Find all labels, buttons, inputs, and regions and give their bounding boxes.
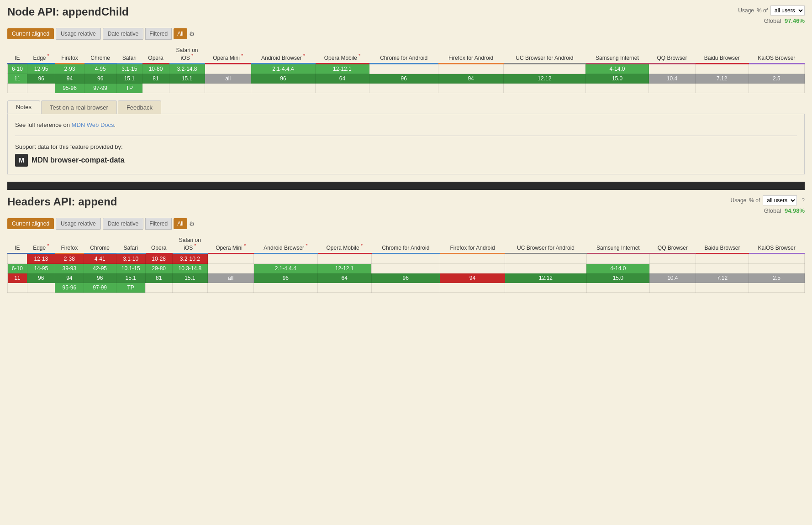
col-android-col: Android Browser * (251, 45, 315, 64)
table-row: 95-9697-99TP (8, 283, 805, 293)
compat-cell: 94 (438, 74, 504, 84)
col-firefox-col: Firefox (55, 235, 84, 254)
compat-cell: 96 (251, 74, 315, 84)
usage-label: Usage (731, 197, 747, 204)
usage-select[interactable]: all users (763, 195, 797, 205)
compat-cell: 12-12.1 (317, 264, 371, 273)
col-uc-android-col: UC Browser for Android (505, 235, 587, 254)
compat-cell (317, 254, 371, 264)
mdn-compat-text: MDN browser-compat-data (32, 156, 125, 164)
compat-cell (208, 254, 254, 264)
compat-cell: 10.4 (649, 273, 696, 283)
star-icon: * (241, 53, 243, 58)
compat-cell (205, 84, 251, 93)
star-icon: * (306, 243, 307, 248)
compat-cell (205, 64, 251, 74)
compat-cell: 4-14.0 (586, 264, 649, 273)
col-firefox-col: Firefox (55, 45, 84, 64)
btn-all[interactable]: All (174, 28, 187, 39)
page-title-appendChild: Node API: appendChild (7, 5, 129, 18)
col-qq-col: QQ Browser (649, 45, 695, 64)
compat-cell: 15.0 (586, 273, 649, 283)
compat-cell: 12.12 (505, 273, 587, 283)
col-qq-col: QQ Browser (649, 235, 696, 254)
btn-filtered[interactable]: Filtered (145, 28, 172, 40)
question-icon[interactable]: ? (801, 197, 805, 204)
section-append: Headers API: append Usage % of all users… (0, 190, 812, 293)
compat-cell (169, 84, 205, 93)
compat-cell: 39-93 (55, 264, 84, 273)
table-row: 1196949615.18115.1all9664969412.1215.010… (8, 273, 805, 283)
col-kaios-col: KaiOS Browser (749, 235, 805, 254)
compat-cell: 96 (84, 273, 116, 283)
compat-cell: 3.2-14.8 (169, 64, 205, 74)
col-edge-col: Edge * (27, 235, 55, 254)
compat-cell (440, 264, 505, 273)
compat-cell (208, 283, 254, 293)
compat-cell (649, 254, 696, 264)
compat-cell: 3.2-10.2 (172, 254, 208, 264)
btn-current-aligned[interactable]: Current aligned (7, 218, 54, 229)
compat-cell: 94 (55, 273, 84, 283)
compat-cell: 96 (371, 273, 440, 283)
col-opera-mini-col: Opera Mini * (208, 235, 254, 254)
col-firefox-android-col: Firefox for Android (438, 45, 504, 64)
usage-pct-label: % of (749, 197, 760, 204)
compat-cell (649, 283, 696, 293)
col-safari-ios-col: Safari on iOS * (172, 235, 208, 254)
notes-tab-notes[interactable]: Notes (7, 100, 40, 114)
btn-filtered[interactable]: Filtered (145, 218, 172, 230)
btn-all[interactable]: All (174, 218, 187, 229)
compat-cell: 95-96 (55, 283, 84, 293)
notes-tab-feedback[interactable]: Feedback (118, 100, 161, 114)
compat-cell (371, 254, 440, 264)
btn-date-relative[interactable]: Date relative (103, 218, 143, 230)
btn-current-aligned[interactable]: Current aligned (7, 28, 54, 39)
compat-cell: 12-13 (27, 254, 55, 264)
compat-cell: TP (116, 84, 142, 93)
compat-cell: 15.1 (116, 74, 142, 84)
col-baidu-col: Baidu Browser (696, 235, 749, 254)
compat-cell (172, 283, 208, 293)
col-opera-mob-col: Opera Mobile * (317, 235, 371, 254)
star-icon: * (191, 53, 193, 58)
star-icon: * (244, 243, 246, 248)
compat-cell: 64 (317, 273, 371, 283)
compat-cell (208, 264, 254, 273)
compat-cell (649, 84, 695, 93)
compat-cell: 10.4 (649, 74, 695, 84)
gear-icon[interactable]: ⚙ (189, 30, 195, 37)
col-uc-android-col: UC Browser for Android (504, 45, 585, 64)
compat-cell: 2.5 (749, 273, 805, 283)
compat-cell (142, 84, 169, 93)
global-value: 94.98% (785, 207, 805, 214)
compat-cell: 4-14.0 (585, 64, 649, 74)
mdn-link[interactable]: MDN Web Docs (72, 121, 114, 128)
compat-cell: 12-12.1 (315, 64, 369, 74)
compat-cell (696, 264, 749, 273)
compat-cell (438, 64, 504, 74)
compat-cell (8, 254, 27, 264)
compat-cell (251, 84, 315, 93)
compat-cell: 2-38 (55, 254, 84, 264)
btn-usage-relative[interactable]: Usage relative (56, 218, 101, 230)
compat-cell: 15.1 (169, 74, 205, 84)
compat-cell (254, 254, 318, 264)
compat-cell (369, 64, 438, 74)
usage-select[interactable]: all users (770, 5, 805, 16)
compat-cell (371, 264, 440, 273)
section-divider (7, 182, 805, 190)
compat-cell: 2.1-4.4.4 (251, 64, 315, 74)
col-firefox-android-col: Firefox for Android (440, 235, 505, 254)
table-row: 1196949615.18115.1all9664969412.1215.010… (8, 74, 805, 84)
notes-tab-test-on-a-real-browser[interactable]: Test on a real browser (41, 100, 117, 114)
col-chrome-col: Chrome (84, 45, 116, 64)
gear-icon[interactable]: ⚙ (189, 220, 195, 227)
usage-controls: Usage % of all users Global 97.46% (738, 5, 805, 28)
col-opera-mini-col: Opera Mini * (205, 45, 251, 64)
compat-cell (8, 283, 27, 293)
btn-date-relative[interactable]: Date relative (103, 28, 143, 40)
compat-cell (649, 264, 696, 273)
btn-usage-relative[interactable]: Usage relative (56, 28, 101, 40)
compat-cell: 96 (27, 74, 55, 84)
